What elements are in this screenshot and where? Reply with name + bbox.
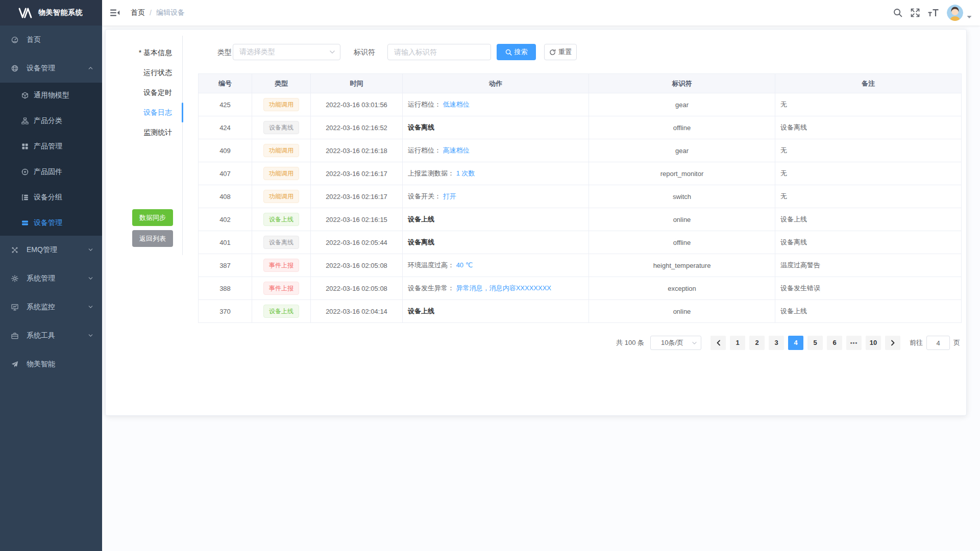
action-link[interactable]: 高速档位 (443, 146, 470, 154)
search-icon[interactable] (893, 8, 902, 17)
type-tag: 设备离线 (263, 236, 299, 249)
cell-action: 设备离线 (403, 116, 589, 139)
chevron-down-icon (692, 341, 697, 345)
cell-remark: 无 (775, 139, 962, 162)
data-sync-button[interactable]: 数据同步 (132, 209, 173, 226)
sidebar-subitem-产品固件[interactable]: 产品固件 (0, 159, 102, 185)
page-size-select[interactable]: 10条/页 (650, 336, 701, 350)
page-button-2[interactable]: 2 (749, 336, 765, 350)
page-button-5[interactable]: 5 (807, 336, 823, 350)
sidebar-collapse-icon[interactable] (102, 8, 128, 18)
chevron-down-icon (88, 247, 93, 253)
user-menu[interactable] (947, 5, 972, 21)
action-link[interactable]: 打开 (443, 192, 456, 200)
sidebar-item-EMQ管理[interactable]: EMQ管理 (0, 236, 102, 264)
tab-基本信息[interactable]: * 基本信息 (106, 43, 182, 63)
fullscreen-icon[interactable] (911, 8, 920, 17)
cell-identifier: offline (589, 116, 775, 139)
tabs-divider (182, 36, 183, 255)
page-button-4[interactable]: 4 (788, 336, 803, 350)
sidebar-item-系统管理[interactable]: 系统管理 (0, 264, 102, 293)
action-link[interactable]: 异常消息，消息内容XXXXXXXX (456, 284, 551, 292)
action-text: 设备上线 (408, 215, 434, 223)
sidebar-item-设备管理[interactable]: 设备管理 (0, 54, 102, 83)
action-link[interactable]: 低速档位 (443, 101, 470, 108)
page-number-list: 123456•••10 (728, 336, 883, 350)
page-size-value: 10条/页 (661, 338, 683, 347)
cell-identifier: gear (589, 139, 775, 162)
action-label: 运行档位： (408, 101, 441, 108)
sidebar-item-系统工具[interactable]: 系统工具 (0, 321, 102, 350)
sidebar-item-label: 首页 (27, 35, 41, 44)
grid-icon (21, 143, 29, 150)
chevron-up-icon (88, 65, 93, 71)
sidebar: 物美智能系统 首页设备管理通用物模型产品分类产品管理产品固件设备分组设备管理EM… (0, 0, 102, 551)
chevron-down-icon (88, 276, 93, 281)
type-filter-label: 类型 (217, 44, 232, 60)
sidebar-subitem-设备管理[interactable]: 设备管理 (0, 210, 102, 236)
page-button-6[interactable]: 6 (827, 336, 842, 350)
cell-time: 2022-03-16 02:16:52 (311, 116, 403, 139)
column-header-时间: 时间 (311, 74, 403, 93)
table-row: 387事件上报2022-03-16 02:05:08环境温度过高： 40 ℃he… (199, 254, 962, 277)
cell-time: 2022-03-16 02:04:14 (311, 300, 403, 323)
page-button-3[interactable]: 3 (769, 336, 784, 350)
sidebar-subitem-通用物模型[interactable]: 通用物模型 (0, 83, 102, 108)
prev-page-button[interactable] (710, 336, 726, 350)
breadcrumb-current: 编辑设备 (156, 8, 185, 17)
app-logo[interactable]: 物美智能系统 (0, 0, 102, 26)
more-pages-button[interactable]: ••• (846, 336, 862, 350)
back-to-list-button[interactable]: 返回列表 (132, 230, 173, 247)
dashboard-gauge-icon (11, 36, 18, 43)
device-log-table: 编号类型时间动作标识符备注 425功能调用2022-03-16 03:01:56… (198, 73, 962, 323)
page-button-1[interactable]: 1 (730, 336, 745, 350)
table-row: 388事件上报2022-03-16 02:05:08设备发生异常： 异常消息，消… (199, 277, 962, 300)
type-select[interactable]: 请选择类型 (233, 44, 340, 60)
cell-action: 设备离线 (403, 231, 589, 254)
sidebar-subitem-设备分组[interactable]: 设备分组 (0, 185, 102, 210)
tab-运行状态[interactable]: 运行状态 (106, 63, 182, 83)
action-link[interactable]: 40 ℃ (456, 261, 473, 269)
tab-监测统计[interactable]: 监测统计 (106, 122, 182, 142)
search-button[interactable]: 搜索 (497, 44, 536, 60)
breadcrumb-separator: / (150, 9, 152, 17)
type-select-placeholder: 请选择类型 (239, 47, 275, 57)
next-page-button[interactable] (885, 336, 900, 350)
sidebar-item-物美智能[interactable]: 物美智能 (0, 350, 102, 379)
sidebar-item-首页[interactable]: 首页 (0, 26, 102, 54)
cell-id: 407 (199, 162, 252, 185)
table-row: 425功能调用2022-03-16 03:01:56运行档位： 低速档位gear… (199, 93, 962, 116)
cell-time: 2022-03-16 03:01:56 (311, 93, 403, 116)
font-size-icon[interactable] (928, 8, 939, 17)
app-main: * 基本信息运行状态设备定时设备日志监测统计 数据同步 返回列表 类型 请选择类… (102, 26, 980, 551)
cell-identifier: exception (589, 277, 775, 300)
cell-remark: 设备发生错误 (775, 277, 962, 300)
breadcrumb-home[interactable]: 首页 (131, 8, 145, 17)
page-button-10[interactable]: 10 (866, 336, 881, 350)
tab-设备日志[interactable]: 设备日志 (106, 103, 182, 122)
reset-button[interactable]: 重置 (544, 44, 577, 60)
app-title: 物美智能系统 (38, 8, 83, 17)
goto-page-input[interactable] (926, 336, 950, 350)
tab-设备定时[interactable]: 设备定时 (106, 83, 182, 103)
search-button-label: 搜索 (514, 47, 528, 57)
sidebar-subitem-产品分类[interactable]: 产品分类 (0, 108, 102, 134)
avatar[interactable] (947, 5, 963, 21)
cell-time: 2022-03-16 02:16:18 (311, 139, 403, 162)
action-text: 设备离线 (408, 123, 434, 131)
action-label: 设备发生异常： (408, 284, 454, 292)
identifier-input[interactable] (387, 44, 491, 60)
cell-type: 设备上线 (252, 208, 311, 231)
cell-action: 设备上线 (403, 208, 589, 231)
cell-id: 425 (199, 93, 252, 116)
table-row: 408功能调用2022-03-16 02:16:17设备开关： 打开switch… (199, 185, 962, 208)
sidebar-item-系统监控[interactable]: 系统监控 (0, 293, 102, 321)
reset-button-icon (549, 49, 556, 56)
cell-action: 环境温度过高： 40 ℃ (403, 254, 589, 277)
sidebar-item-label: 产品管理 (34, 142, 62, 151)
action-link[interactable]: 1 次数 (456, 169, 475, 177)
action-text: 设备上线 (408, 307, 434, 315)
type-tag: 事件上报 (263, 282, 299, 295)
cell-time: 2022-03-16 02:05:44 (311, 231, 403, 254)
sidebar-subitem-产品管理[interactable]: 产品管理 (0, 134, 102, 159)
